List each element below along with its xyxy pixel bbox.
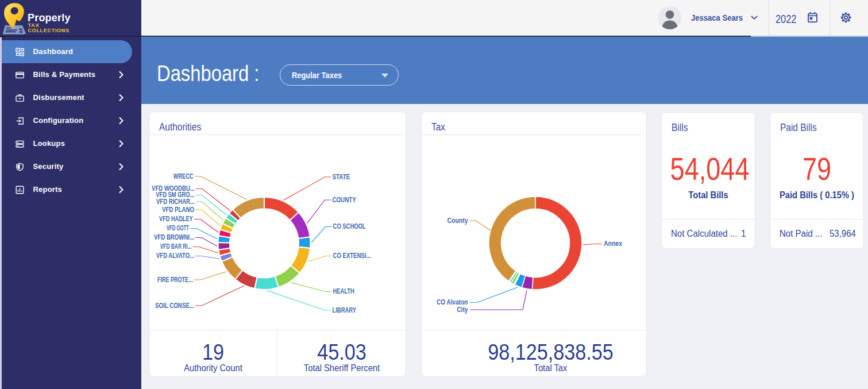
svg-text:FIRE PROTE...: FIRE PROTE... [157, 275, 193, 284]
svg-text:CO SCHOOL: CO SCHOOL [333, 222, 366, 230]
svg-text:LIBRARY: LIBRARY [332, 306, 356, 314]
svg-text:VFD BROWNI...: VFD BROWNI... [154, 233, 194, 241]
svg-text:Annex: Annex [604, 239, 623, 248]
svg-text:County: County [447, 216, 469, 225]
svg-text:VFD BAR RI...: VFD BAR RI... [160, 242, 192, 251]
svg-text:COUNTY: COUNTY [332, 195, 356, 204]
svg-text:City: City [457, 305, 468, 314]
svg-text:SOIL CONSE...: SOIL CONSE... [155, 301, 194, 310]
svg-text:VFD GOTT: VFD GOTT [167, 224, 189, 232]
svg-text:VFD ALVATO...: VFD ALVATO... [156, 251, 194, 260]
svg-text:STATE: STATE [332, 172, 350, 181]
svg-text:WRECC: WRECC [173, 172, 194, 180]
svg-text:HEALTH: HEALTH [333, 287, 354, 295]
svg-text:VFD PLANO: VFD PLANO [162, 205, 194, 214]
svg-text:VFD HADLEY: VFD HADLEY [159, 214, 193, 223]
svg-text:VFD WOODBU...: VFD WOODBU... [152, 184, 195, 192]
svg-text:CO EXTENSI...: CO EXTENSI... [333, 251, 371, 260]
